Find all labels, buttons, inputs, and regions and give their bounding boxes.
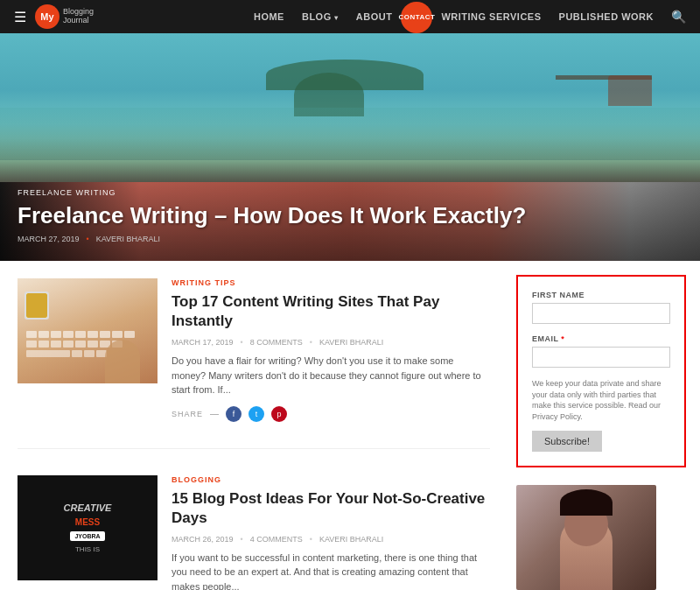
first-name-input[interactable] [532, 303, 670, 324]
hero-section: FREELANCE WRITING Freelance Writing – Ho… [0, 33, 700, 261]
article-card-1: WRITING TIPS Top 17 Content Writing Site… [18, 278, 490, 449]
email-label: EMAIL * [532, 334, 670, 343]
twitter-share-icon[interactable]: t [248, 406, 264, 422]
hero-author: KAVERI BHARALI [96, 235, 160, 243]
article-excerpt-1: Do you have a flair for writing? Why don… [172, 354, 490, 397]
search-icon[interactable]: 🔍 [671, 10, 686, 24]
main-content: WRITING TIPS Top 17 Content Writing Site… [0, 261, 700, 590]
article-meta-1: MARCH 17, 2019 • 8 COMMENTS • KAVERI BHA… [172, 338, 490, 347]
sidebar: FIRST NAME EMAIL * We keep your data pri… [508, 261, 700, 590]
privacy-note: We keep your data private and share your… [532, 378, 670, 422]
article-author-2: KAVERI BHARALI [319, 535, 383, 544]
article-body-2: BLOGGING 15 Blog Post Ideas For Your Not… [172, 475, 490, 590]
subscribe-button[interactable]: Subscribe! [532, 431, 602, 452]
facebook-share-icon[interactable]: f [226, 406, 242, 422]
hero-content: FREELANCE WRITING Freelance Writing – Ho… [18, 188, 526, 243]
hero-dot: • [87, 235, 89, 243]
coffee-mug [24, 291, 49, 320]
article-date-2: MARCH 26, 2019 [172, 535, 234, 544]
hamburger-icon[interactable]: ☰ [14, 9, 26, 25]
logo-text: Blogging Journal [63, 8, 94, 25]
logo-my: My [40, 11, 53, 22]
blog-text-creative: CREATIVE [64, 502, 112, 513]
hero-title: Freelance Writing – How Does It Work Exa… [18, 202, 526, 229]
navbar: ☰ My Blogging Journal HOME BLOG ▾ ABOUT … [0, 0, 700, 33]
person-body [560, 516, 612, 590]
hero-meta: MARCH 27, 2019 • KAVERI BHARALI [18, 235, 526, 243]
logo-subtitle: Journal [63, 17, 94, 25]
nav-published-work[interactable]: PUBLISHED WORK [550, 11, 662, 22]
hero-house [608, 75, 652, 106]
nav-blog[interactable]: BLOG ▾ [293, 11, 347, 22]
hand-shape [105, 340, 140, 383]
article-author-1: KAVERI BHARALI [319, 338, 383, 347]
article-share-1: SHARE — f t p [172, 406, 490, 422]
share-label-1: SHARE [172, 410, 203, 418]
hero-date: MARCH 27, 2019 [18, 235, 80, 243]
article-title-1[interactable]: Top 17 Content Writing Sites That Pay In… [172, 292, 490, 331]
article-tag-1: WRITING TIPS [172, 278, 490, 287]
articles-section: WRITING TIPS Top 17 Content Writing Site… [0, 261, 508, 590]
article-title-2[interactable]: 15 Blog Post Ideas For Your Not-So-Creat… [172, 489, 490, 528]
person-hair [560, 489, 612, 516]
article-body-1: WRITING TIPS Top 17 Content Writing Site… [172, 278, 490, 422]
nav-writing-services[interactable]: WRITING SERVICES [432, 11, 550, 22]
hero-category: FREELANCE WRITING [18, 188, 526, 197]
share-dash: — [210, 409, 219, 418]
article-thumb-1 [18, 278, 158, 383]
logo-circle: My [35, 4, 60, 29]
nav-links: HOME BLOG ▾ ABOUT CONTACT WRITING SERVIC… [245, 1, 662, 32]
email-input[interactable] [532, 347, 670, 368]
article-card-2: CREATIVE MESS JYOBRA THIS IS BLOGGING 15… [18, 475, 490, 590]
pinterest-share-icon[interactable]: p [271, 406, 287, 422]
blog-text-jyobra: JYOBRA [70, 531, 104, 541]
email-required: * [561, 334, 564, 343]
article-date-1: MARCH 17, 2019 [172, 338, 234, 347]
nav-contact[interactable]: CONTACT [401, 2, 432, 33]
article-thumb-2: CREATIVE MESS JYOBRA THIS IS [18, 475, 158, 580]
article-excerpt-2: If you want to be successful in content … [172, 551, 490, 590]
article-meta-2: MARCH 26, 2019 • 4 COMMENTS • KAVERI BHA… [172, 535, 490, 544]
article-comments-2: 4 COMMENTS [250, 535, 303, 544]
site-logo[interactable]: My Blogging Journal [35, 4, 94, 29]
author-photo [516, 485, 656, 590]
article-tag-2: BLOGGING [172, 475, 490, 484]
chevron-down-icon: ▾ [334, 14, 339, 22]
article-comments-1: 8 COMMENTS [250, 338, 303, 347]
first-name-label: FIRST NAME [532, 291, 670, 299]
nav-about[interactable]: ABOUT [347, 11, 402, 22]
blog-text-mess: MESS [75, 517, 100, 527]
subscribe-box: FIRST NAME EMAIL * We keep your data pri… [516, 275, 686, 467]
blog-text-this: THIS IS [75, 545, 100, 553]
nav-home[interactable]: HOME [245, 11, 293, 22]
